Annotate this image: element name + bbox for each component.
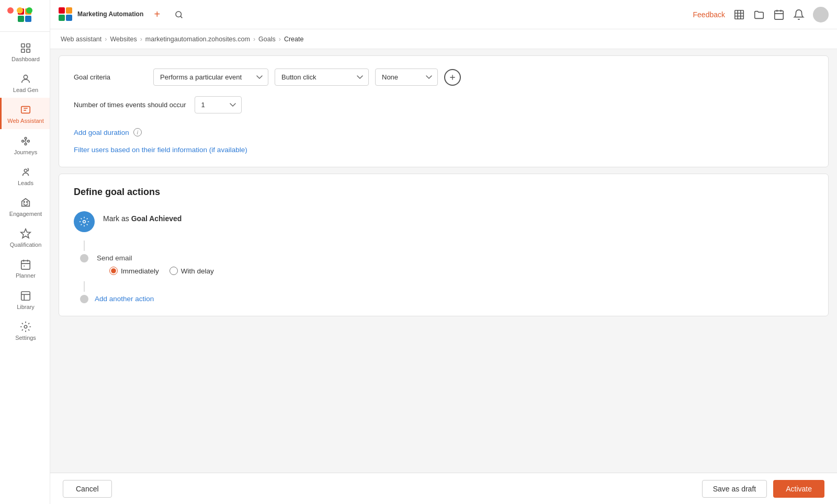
goal-duration-row: Add goal duration i (74, 128, 813, 136)
sidebar-label-qualification: Qualification (10, 242, 42, 248)
goal-criteria-dropdown2[interactable]: Button click Form submit Page view (275, 68, 369, 86)
mark-as-label: Mark as (103, 214, 131, 223)
immediately-radio[interactable] (109, 267, 118, 275)
step-connector-1 (84, 240, 85, 251)
cancel-button[interactable]: Cancel (63, 480, 112, 498)
goal-actions-card: Define goal actions Mark as Goal Achieve… (59, 174, 829, 316)
svg-point-12 (28, 140, 30, 142)
sidebar-item-planner[interactable]: Planner (0, 253, 50, 283)
svg-rect-21 (59, 7, 65, 14)
bell-icon[interactable] (793, 9, 805, 20)
event-count-label: Number of times events should occur (74, 96, 186, 110)
breadcrumb-goals[interactable]: Goals (258, 36, 276, 43)
svg-rect-22 (66, 7, 72, 14)
save-draft-button[interactable]: Save as draft (702, 480, 767, 498)
svg-point-20 (24, 325, 27, 328)
sidebar-label-leads: Leads (18, 180, 33, 187)
breadcrumb-create: Create (284, 36, 304, 43)
svg-point-15 (24, 201, 25, 202)
web-assistant-icon (20, 104, 31, 116)
user-avatar[interactable] (813, 7, 829, 22)
svg-rect-18 (21, 261, 30, 270)
sidebar-label-dashboard: Dashboard (12, 56, 40, 63)
filter-users-link[interactable]: Filter users based on their field inform… (74, 146, 247, 154)
goal-criteria-row: Goal criteria Performs a particular even… (74, 68, 813, 86)
with-delay-label: With delay (181, 267, 214, 275)
breadcrumb-web-assistant[interactable]: Web assistant (61, 36, 101, 43)
add-action-row: Add another action (74, 294, 813, 303)
event-count-dropdown[interactable]: 1 2 3 4 5 (195, 96, 242, 113)
breadcrumb-sep-2: › (140, 36, 142, 43)
with-delay-radio[interactable] (169, 267, 178, 275)
add-action-circle (80, 295, 88, 303)
sidebar-label-library: Library (17, 304, 35, 311)
dashboard-icon (20, 42, 31, 54)
filter-users-row: Filter users based on their field inform… (74, 145, 813, 154)
window-minimize-button[interactable] (17, 7, 23, 14)
window-maximize-button[interactable] (26, 7, 32, 14)
svg-rect-5 (27, 44, 30, 47)
window-close-button[interactable] (7, 7, 14, 14)
sidebar-item-dashboard[interactable]: Dashboard (0, 36, 50, 67)
sidebar-item-journeys[interactable]: Journeys (0, 129, 50, 160)
app-name-area: Marketing Automation (59, 7, 143, 22)
zoho-topbar-icon (59, 7, 73, 22)
send-email-step: Send email (74, 253, 813, 262)
calendar-icon[interactable] (773, 9, 785, 20)
footer: Cancel Save as draft Activate (50, 473, 837, 504)
goal-criteria-dropdown3[interactable]: None Option 1 Option 2 (375, 68, 438, 86)
add-action-link[interactable]: Add another action (95, 295, 154, 303)
breadcrumb-websites[interactable]: Websites (110, 36, 137, 43)
svg-rect-27 (775, 10, 784, 19)
engagement-icon (20, 197, 31, 209)
goal-actions-title: Define goal actions (74, 187, 813, 198)
svg-rect-3 (25, 16, 31, 22)
sidebar-item-web-assistant[interactable]: Web Assistant (0, 98, 50, 129)
with-delay-option[interactable]: With delay (169, 267, 214, 275)
footer-right: Save as draft Activate (702, 480, 824, 498)
topbar-left: Marketing Automation + (59, 6, 687, 23)
folder-icon[interactable] (753, 9, 765, 20)
sidebar-item-settings[interactable]: Settings (0, 315, 50, 346)
add-goal-duration-link[interactable]: Add goal duration (74, 129, 129, 136)
activate-button[interactable]: Activate (773, 480, 824, 498)
sidebar-item-qualification[interactable]: Qualification (0, 222, 50, 253)
sidebar-label-planner: Planner (16, 272, 36, 279)
goal-duration-link-wrap: Add goal duration i (74, 128, 813, 136)
send-email-circle (80, 254, 88, 262)
sidebar-item-lead-gen[interactable]: Lead Gen (0, 67, 50, 98)
breadcrumb-sep-1: › (105, 36, 107, 43)
sidebar-label-settings: Settings (15, 335, 36, 341)
goal-achieved-bold: Goal Achieved (131, 214, 182, 223)
sidebar: Dashboard Lead Gen Web Assistant Journ (0, 0, 50, 504)
sidebar-item-library[interactable]: Library (0, 284, 50, 315)
gear-icon (79, 216, 89, 227)
table-icon[interactable] (733, 9, 745, 20)
goal-criteria-dropdown1[interactable]: Performs a particular event Visits a pag… (153, 68, 268, 86)
topbar: Marketing Automation + Feedback (50, 0, 837, 29)
journeys-icon (20, 135, 31, 147)
sidebar-nav: Dashboard Lead Gen Web Assistant Journ (0, 32, 50, 346)
svg-point-25 (176, 12, 182, 17)
planner-icon (20, 259, 31, 270)
goal-achieved-step: Mark as Goal Achieved (74, 210, 813, 232)
add-button[interactable]: + (149, 6, 165, 23)
feedback-link[interactable]: Feedback (693, 10, 725, 19)
svg-point-10 (22, 140, 24, 142)
svg-point-11 (25, 137, 27, 139)
plus-icon (448, 73, 457, 82)
svg-rect-2 (18, 16, 24, 22)
immediately-option[interactable]: Immediately (109, 267, 159, 275)
sidebar-logo (0, 0, 50, 32)
sidebar-item-engagement[interactable]: Engagement (0, 191, 50, 222)
leads-icon (20, 166, 31, 178)
add-criteria-button[interactable] (444, 69, 461, 86)
email-timing-group: Immediately With delay (109, 267, 813, 275)
event-count-row: Number of times events should occur 1 2 … (74, 96, 813, 113)
sidebar-item-leads[interactable]: Leads (0, 160, 50, 191)
svg-marker-17 (21, 229, 30, 238)
search-button[interactable] (171, 6, 187, 23)
breadcrumb-site[interactable]: marketingautomation.zohosites.com (145, 36, 250, 43)
sidebar-label-engagement: Engagement (9, 211, 42, 217)
goal-duration-info-icon[interactable]: i (133, 128, 142, 136)
